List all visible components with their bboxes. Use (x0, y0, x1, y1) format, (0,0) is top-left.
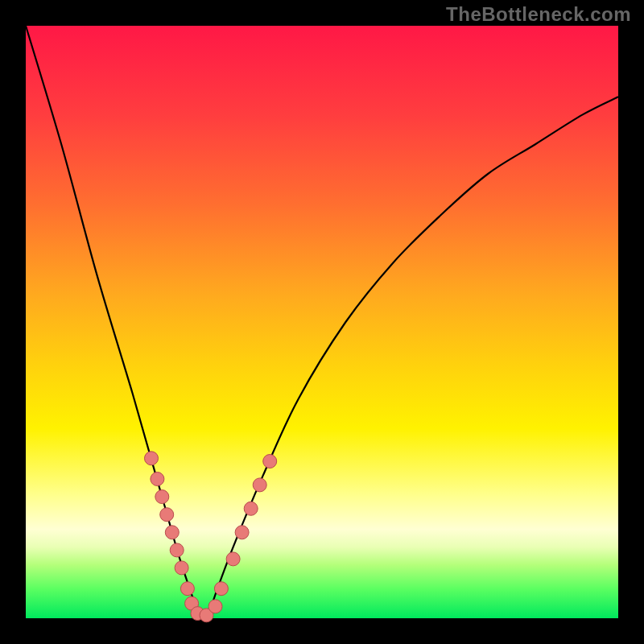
data-marker (244, 502, 258, 515)
data-marker (155, 490, 169, 504)
valley-curve-path (26, 26, 618, 618)
watermark-label: TheBottleneck.com (446, 3, 631, 26)
data-marker (145, 452, 159, 465)
chart-frame: TheBottleneck.com (0, 0, 644, 644)
data-marker (235, 526, 249, 539)
data-marker (253, 478, 266, 492)
data-marker (175, 561, 188, 575)
data-marker (214, 582, 228, 596)
data-marker (180, 582, 194, 596)
valley-curve-svg (26, 26, 618, 618)
data-marker (208, 600, 222, 613)
data-marker (263, 455, 277, 469)
data-marker (160, 508, 174, 522)
data-marker (226, 552, 240, 566)
plot-area (26, 26, 618, 618)
data-marker (170, 543, 184, 557)
data-marker (151, 473, 164, 486)
marker-layer (145, 452, 277, 622)
data-marker (165, 526, 179, 539)
